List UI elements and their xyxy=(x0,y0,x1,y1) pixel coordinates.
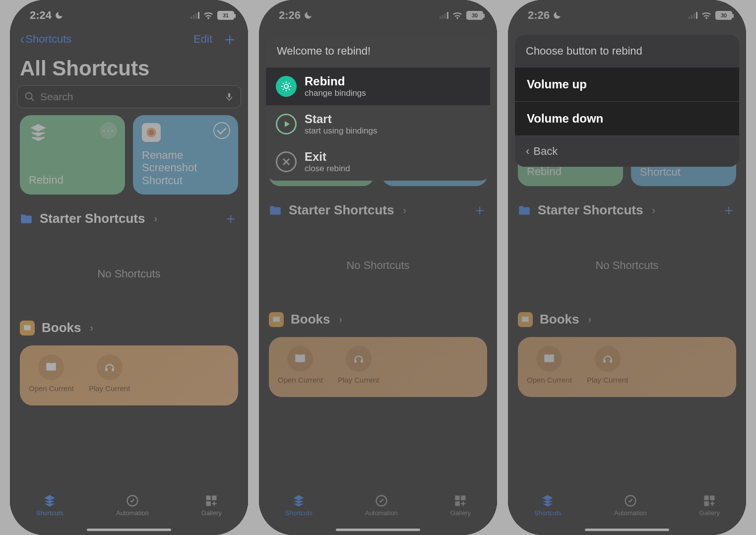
stack-icon xyxy=(540,494,555,508)
home-indicator[interactable] xyxy=(87,529,171,531)
svg-point-0 xyxy=(26,93,32,99)
close-icon xyxy=(276,151,297,172)
stage: 2:24 31 ‹ Shortcuts Edit ＋ xyxy=(0,0,756,535)
tab-automation[interactable]: Automation xyxy=(614,494,647,517)
tab-bar: Shortcuts Automation Gallery xyxy=(10,486,248,524)
folder-label: Starter Shortcuts xyxy=(289,202,394,218)
menu-sheet: Welcome to rebind! Rebind change binding… xyxy=(266,35,490,181)
wifi-icon xyxy=(203,12,213,19)
home-indicator[interactable] xyxy=(585,529,669,531)
folder-starter-shortcuts[interactable]: Starter Shortcuts › ＋ xyxy=(259,186,497,224)
home-indicator[interactable] xyxy=(336,529,420,531)
option-volume-down[interactable]: Volume down xyxy=(515,102,739,136)
shortcut-tile-rebind[interactable]: ··· Rebind xyxy=(20,115,125,195)
wifi-icon xyxy=(452,12,462,19)
folder-add-button[interactable]: ＋ xyxy=(223,208,238,229)
status-bar: 2:24 31 xyxy=(10,0,248,25)
folder-starter-shortcuts[interactable]: Starter Shortcuts › ＋ xyxy=(10,195,248,233)
menu-item-rebind[interactable]: Rebind change bindings xyxy=(266,67,490,105)
folder-label: Books xyxy=(540,312,579,327)
folder-add-button[interactable]: ＋ xyxy=(721,200,736,220)
more-menu-icon[interactable]: ··· xyxy=(100,122,117,139)
do-not-disturb-icon xyxy=(553,11,562,20)
status-time: 2:24 xyxy=(30,9,52,22)
tab-gallery[interactable]: Gallery xyxy=(201,494,222,517)
screen-1: 2:24 31 ‹ Shortcuts Edit ＋ xyxy=(10,0,248,535)
battery-icon: 31 xyxy=(217,11,234,20)
tab-shortcuts[interactable]: Shortcuts xyxy=(534,494,562,517)
edit-button[interactable]: Edit xyxy=(193,33,212,46)
tab-automation[interactable]: Automation xyxy=(116,494,149,517)
tab-label: Gallery xyxy=(699,509,720,517)
book-item-label: Open Current xyxy=(527,376,572,384)
clock-check-icon xyxy=(374,494,389,508)
shortcut-tile-rename[interactable]: Rename Screenshot Shortcut xyxy=(133,115,238,195)
screen-2: 2:26 30 Rebind Screenshot Shortc xyxy=(259,0,497,535)
svg-rect-2 xyxy=(228,93,231,98)
svg-line-1 xyxy=(31,98,34,101)
gear-icon xyxy=(276,76,297,97)
book-item-play-current[interactable]: Play Current xyxy=(338,346,379,384)
menu-item-title: Start xyxy=(305,112,377,126)
svg-rect-11 xyxy=(455,496,460,500)
book-item-open-current[interactable]: Open Current xyxy=(278,346,323,384)
book-item-play-current[interactable]: Play Current xyxy=(587,346,628,384)
svg-point-14 xyxy=(284,84,288,88)
tab-label: Automation xyxy=(116,509,149,517)
screen-3: 2:26 30 Rebind Screenshot Shortc xyxy=(508,0,746,535)
chevron-right-icon: › xyxy=(588,314,591,325)
headphones-icon xyxy=(601,352,614,365)
svg-rect-8 xyxy=(212,496,217,500)
tile-label: Rebind xyxy=(527,165,614,178)
tab-shortcuts[interactable]: Shortcuts xyxy=(36,494,63,517)
book-icon xyxy=(45,361,58,374)
svg-rect-9 xyxy=(206,501,211,506)
search-input[interactable]: Search xyxy=(17,85,241,108)
books-icon xyxy=(269,312,284,327)
menu-item-subtitle: close rebind xyxy=(305,164,350,174)
folder-books[interactable]: Books › xyxy=(259,307,497,331)
folder-books[interactable]: Books › xyxy=(508,307,746,331)
svg-rect-18 xyxy=(704,501,709,506)
back-button[interactable]: ‹ Back xyxy=(515,136,739,167)
back-label: Shortcuts xyxy=(25,33,71,46)
back-label: Back xyxy=(533,145,558,158)
chevron-right-icon: › xyxy=(339,314,342,325)
clock-check-icon xyxy=(623,494,638,508)
tab-gallery[interactable]: Gallery xyxy=(450,494,471,517)
chevron-left-icon: ‹ xyxy=(20,32,24,46)
book-item-play-current[interactable]: Play Current xyxy=(89,354,130,393)
tab-gallery[interactable]: Gallery xyxy=(699,494,720,517)
menu-item-start[interactable]: Start start using bindings xyxy=(266,105,490,143)
empty-state-label: No Shortcuts xyxy=(259,224,497,307)
tab-shortcuts[interactable]: Shortcuts xyxy=(285,494,313,517)
menu-item-exit[interactable]: Exit close rebind xyxy=(266,143,490,181)
cellular-icon xyxy=(440,12,448,19)
tab-label: Automation xyxy=(365,509,398,517)
phone-3: 2:26 30 Rebind Screenshot Shortc xyxy=(508,0,746,535)
folder-starter-shortcuts[interactable]: Starter Shortcuts › ＋ xyxy=(508,186,746,224)
do-not-disturb-icon xyxy=(55,11,63,20)
headphones-icon xyxy=(103,361,116,374)
menu-item-title: Rebind xyxy=(305,74,366,88)
back-button[interactable]: ‹ Shortcuts xyxy=(20,32,71,46)
tab-automation[interactable]: Automation xyxy=(365,494,398,517)
do-not-disturb-icon xyxy=(304,11,313,20)
book-item-open-current[interactable]: Open Current xyxy=(527,346,572,384)
mic-icon[interactable] xyxy=(225,91,234,102)
menu-item-subtitle: change bindings xyxy=(305,88,366,98)
option-volume-up[interactable]: Volume up xyxy=(515,67,739,102)
svg-rect-12 xyxy=(461,496,466,500)
tab-label: Gallery xyxy=(450,509,471,517)
clock-check-icon xyxy=(125,494,140,508)
chevron-left-icon: ‹ xyxy=(526,145,529,158)
book-item-open-current[interactable]: Open Current xyxy=(29,354,74,393)
status-bar: 2:26 30 xyxy=(259,0,497,25)
chevron-right-icon: › xyxy=(403,204,406,216)
folder-label: Books xyxy=(291,312,330,327)
folder-add-button[interactable]: ＋ xyxy=(472,200,487,220)
add-shortcut-button[interactable]: ＋ xyxy=(221,28,238,51)
empty-state-label: No Shortcuts xyxy=(508,224,746,307)
sheet-header: Choose button to rebind xyxy=(515,35,739,67)
folder-books[interactable]: Books › xyxy=(10,315,248,339)
